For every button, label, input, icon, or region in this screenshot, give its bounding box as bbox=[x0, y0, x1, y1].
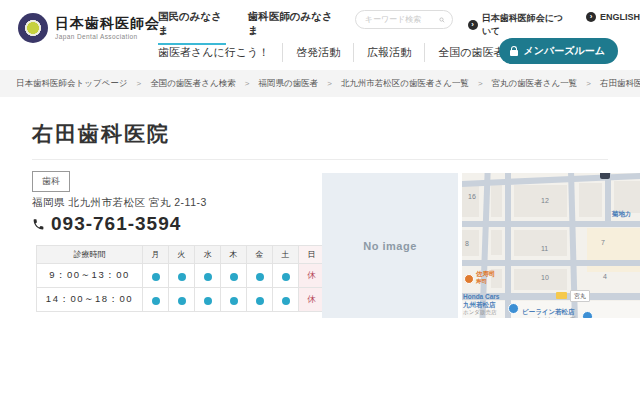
search-icon[interactable] bbox=[439, 15, 445, 25]
breadcrumb-prefecture[interactable]: 福岡県の歯医者 bbox=[258, 78, 318, 90]
search-input[interactable] bbox=[363, 14, 439, 25]
map-poi-sushi[interactable]: 佐寿司 寿司 bbox=[476, 270, 496, 285]
map-poi-beeline-category: タイヤショップ bbox=[536, 316, 575, 318]
hours-cell-closed: 休 bbox=[299, 288, 325, 312]
map-block-number: 16 bbox=[468, 193, 476, 200]
hours-cell-open bbox=[273, 288, 299, 312]
breadcrumb-town[interactable]: 宮丸の歯医者さん一覧 bbox=[492, 78, 578, 90]
breadcrumb-search[interactable]: 全国の歯医者さん検索 bbox=[150, 78, 236, 90]
open-dot-icon bbox=[230, 297, 238, 305]
breadcrumb-ward[interactable]: 北九州市若松区の歯医者さん一覧 bbox=[341, 78, 469, 90]
map-block-number: 7 bbox=[601, 239, 605, 246]
hours-cell-open bbox=[169, 264, 195, 288]
hours-cell-closed: 休 bbox=[299, 264, 325, 288]
map-road bbox=[462, 260, 640, 266]
map-poi-honda[interactable]: Honda Cars 九州若松店 ホンダ販売店 bbox=[463, 293, 499, 315]
lock-icon bbox=[510, 50, 518, 56]
map-poi-kikuchi[interactable]: 菊地カ bbox=[612, 210, 640, 218]
map-block-number: 12 bbox=[541, 197, 549, 204]
hours-cell-open bbox=[195, 264, 221, 288]
map-marker-icon bbox=[600, 173, 610, 179]
map-restaurant-icon bbox=[464, 274, 474, 284]
hours-cell-open bbox=[169, 288, 195, 312]
open-dot-icon bbox=[256, 297, 264, 305]
no-image-label: No image bbox=[363, 240, 417, 252]
open-dot-icon bbox=[204, 297, 212, 305]
circle-arrow-icon bbox=[586, 12, 596, 22]
open-dot-icon bbox=[204, 273, 212, 281]
hours-header-sat: 土 bbox=[273, 246, 299, 264]
breadcrumb: 日本歯科医師会トップページ > 全国の歯医者さん検索 > 福岡県の歯医者 > 北… bbox=[0, 70, 640, 97]
hours-row-morning: 9：00～13：00 休 休 bbox=[37, 264, 362, 288]
hours-cell-open bbox=[247, 288, 273, 312]
map-block bbox=[462, 185, 479, 217]
hours-cell-open bbox=[143, 264, 169, 288]
breadcrumb-home[interactable]: 日本歯科医師会トップページ bbox=[16, 78, 128, 90]
hours-header-time: 診療時間 bbox=[37, 246, 143, 264]
map-poi-honda-line2: 九州若松店 bbox=[463, 301, 499, 309]
tab-citizens[interactable]: 国民のみなさま bbox=[158, 10, 226, 45]
nav-item-pr[interactable]: 広報活動 bbox=[353, 43, 424, 62]
about-link-label: 日本歯科医師会について bbox=[482, 12, 571, 38]
keyword-search-box[interactable] bbox=[355, 10, 453, 29]
open-dot-icon bbox=[152, 273, 160, 281]
breadcrumb-separator: > bbox=[245, 79, 250, 88]
hours-cell-open bbox=[221, 264, 247, 288]
breadcrumb-separator: > bbox=[137, 79, 142, 88]
hours-cell-open bbox=[221, 288, 247, 312]
open-dot-icon bbox=[178, 297, 186, 305]
clinic-address: 福岡県 北九州市若松区 宮丸 2-11-3 bbox=[32, 196, 207, 210]
open-dot-icon bbox=[282, 297, 290, 305]
circle-arrow-icon bbox=[468, 20, 478, 30]
site-logo[interactable]: 日本歯科医師会 Japan Dental Association bbox=[18, 13, 160, 43]
map-poi-sushi-name: 佐寿司 bbox=[476, 270, 496, 278]
logo-text: 日本歯科医師会 Japan Dental Association bbox=[55, 16, 160, 40]
hours-header-wed: 水 bbox=[195, 246, 221, 264]
tab-dentists[interactable]: 歯科医師のみなさま bbox=[248, 10, 335, 45]
breadcrumb-separator: > bbox=[327, 79, 332, 88]
hours-time-afternoon: 14：00～18：00 bbox=[37, 288, 143, 312]
map-car-dealer-icon bbox=[508, 303, 519, 314]
nav-item-go-to-dentist[interactable]: 歯医者さんに行こう！ bbox=[158, 43, 282, 62]
map-poi-beeline[interactable]: ビーライン若松店 タイヤショップ bbox=[522, 308, 575, 318]
map-block bbox=[491, 230, 502, 255]
breadcrumb-separator: > bbox=[586, 79, 591, 88]
hours-header-sun: 日 bbox=[299, 246, 325, 264]
map-block bbox=[579, 183, 602, 217]
open-dot-icon bbox=[152, 297, 160, 305]
logo-subtitle: Japan Dental Association bbox=[55, 33, 160, 40]
location-map[interactable]: 16 12 8 11 7 10 4 菊地カ 佐寿司 寿司 Honda Cars … bbox=[462, 173, 640, 318]
phone-number: 093-761-3594 bbox=[51, 213, 181, 235]
map-poi-honda-category: ホンダ販売店 bbox=[463, 309, 499, 316]
hours-header-fri: 金 bbox=[247, 246, 273, 264]
breadcrumb-separator: > bbox=[478, 79, 483, 88]
hours-header-mon: 月 bbox=[143, 246, 169, 264]
hours-header-thu: 木 bbox=[221, 246, 247, 264]
map-road bbox=[505, 173, 511, 318]
members-room-button[interactable]: メンバーズルーム bbox=[499, 38, 618, 64]
phone-icon bbox=[32, 218, 45, 231]
page: 日本歯科医師会 Japan Dental Association 国民のみなさま… bbox=[0, 0, 640, 400]
title-divider bbox=[32, 159, 608, 160]
nav-item-awareness[interactable]: 啓発活動 bbox=[282, 43, 353, 62]
map-road-label: 宮丸 bbox=[570, 290, 590, 302]
about-link[interactable]: 日本歯科医師会について bbox=[468, 12, 571, 38]
category-badge: 歯科 bbox=[32, 171, 70, 192]
map-block-number: 8 bbox=[465, 240, 469, 247]
logo-title: 日本歯科医師会 bbox=[55, 16, 160, 31]
map-block-number: 4 bbox=[603, 273, 607, 280]
no-image-placeholder: No image bbox=[322, 173, 458, 318]
hours-time-morning: 9：00～13：00 bbox=[37, 264, 143, 288]
map-road bbox=[605, 173, 611, 223]
map-block bbox=[614, 181, 640, 213]
map-block-number: 11 bbox=[541, 245, 548, 252]
phone-link[interactable]: 093-761-3594 bbox=[32, 213, 181, 235]
map-block-number: 10 bbox=[541, 274, 549, 281]
open-dot-icon bbox=[256, 273, 264, 281]
map-shop-icon bbox=[582, 311, 593, 318]
english-link[interactable]: ENGLISH bbox=[586, 12, 640, 22]
hours-table: 診療時間 月 火 水 木 金 土 日 祝祭日 9：00～13：00 休 休 14… bbox=[36, 245, 362, 312]
breadcrumb-current: 右田歯科医院 bbox=[600, 78, 640, 90]
open-dot-icon bbox=[178, 273, 186, 281]
open-dot-icon bbox=[282, 273, 290, 281]
